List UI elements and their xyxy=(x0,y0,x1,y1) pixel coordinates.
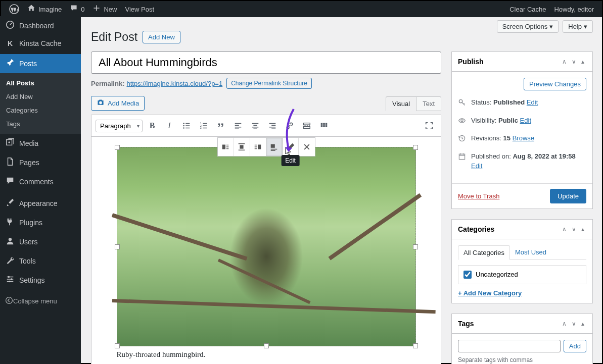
view-post-link[interactable]: View Post xyxy=(121,1,159,17)
menu-appearance[interactable]: Appearance xyxy=(0,194,81,213)
preview-changes-button[interactable]: Preview Changes xyxy=(524,78,586,90)
permalink-row: Permalink: https://imagine.kinsta.cloud/… xyxy=(91,78,441,89)
format-select[interactable]: Paragraph xyxy=(96,120,143,132)
svg-rect-23 xyxy=(258,145,261,149)
toolbar-toggle-button[interactable] xyxy=(316,118,332,133)
img-edit-button[interactable]: Edit xyxy=(283,138,299,156)
menu-pages[interactable]: Pages xyxy=(0,153,81,172)
menu-kinsta-cache[interactable]: K Kinsta Cache xyxy=(0,35,81,51)
fullscreen-button[interactable] xyxy=(422,118,437,133)
home-icon xyxy=(27,4,35,14)
post-image[interactable] xyxy=(117,147,416,346)
edit-visibility-link[interactable]: Edit xyxy=(520,117,531,124)
submenu-categories[interactable]: Categories xyxy=(0,103,81,117)
menu-tools-label: Tools xyxy=(19,257,36,265)
move-up-icon[interactable]: ∧ xyxy=(560,225,569,234)
link-button[interactable] xyxy=(282,118,297,133)
site-name-menu[interactable]: Imagine xyxy=(23,1,66,17)
tags-hint: Separate tags with commas xyxy=(458,356,586,363)
bullet-list-button[interactable] xyxy=(179,118,194,133)
svg-point-5 xyxy=(8,276,10,278)
permalink-url[interactable]: https://imagine.kinsta.cloud/?p=1 xyxy=(126,80,222,87)
menu-plugins[interactable]: Plugins xyxy=(0,213,81,232)
menu-posts-label: Posts xyxy=(19,60,37,68)
tags-input[interactable] xyxy=(458,340,561,352)
toggle-panel-icon[interactable]: ▴ xyxy=(579,225,586,234)
menu-dashboard[interactable]: Dashboard xyxy=(0,16,81,35)
move-down-icon[interactable]: ∨ xyxy=(570,319,578,328)
img-align-left-button[interactable] xyxy=(218,138,234,156)
submenu-tags[interactable]: Tags xyxy=(0,117,81,131)
numbered-list-button[interactable]: 123 xyxy=(196,118,211,133)
menu-media[interactable]: Media xyxy=(0,134,81,153)
edit-date-link[interactable]: Edit xyxy=(471,162,482,170)
comments-menu[interactable]: 0 xyxy=(66,1,88,17)
italic-button[interactable]: I xyxy=(162,118,177,133)
img-align-right-button[interactable] xyxy=(250,138,266,156)
toggle-panel-icon[interactable]: ▴ xyxy=(579,57,586,66)
move-up-icon[interactable]: ∧ xyxy=(560,57,569,66)
edit-status-link[interactable]: Edit xyxy=(527,98,538,106)
tab-text[interactable]: Text xyxy=(416,96,441,111)
img-remove-button[interactable] xyxy=(299,138,315,156)
move-to-trash-link[interactable]: Move to Trash xyxy=(458,192,499,200)
move-up-icon[interactable]: ∧ xyxy=(560,319,569,328)
align-left-button[interactable] xyxy=(230,118,246,133)
media-icon xyxy=(5,138,15,149)
howdy-label: Howdy, editor xyxy=(554,6,594,13)
read-more-button[interactable] xyxy=(299,118,314,133)
align-center-button[interactable] xyxy=(248,118,263,133)
menu-plugins-label: Plugins xyxy=(19,219,42,227)
change-permalink-button[interactable]: Change Permalink Structure xyxy=(226,78,312,89)
key-icon xyxy=(458,98,466,110)
add-new-button[interactable]: Add New xyxy=(143,31,180,43)
category-uncategorized[interactable]: Uncategorized xyxy=(463,271,581,279)
move-down-icon[interactable]: ∨ xyxy=(570,57,578,66)
help-button[interactable]: Help ▾ xyxy=(563,20,593,33)
menu-settings[interactable]: Settings xyxy=(0,271,81,290)
tab-visual[interactable]: Visual xyxy=(386,96,416,111)
screen-options-button[interactable]: Screen Options ▾ xyxy=(497,20,559,33)
menu-tools[interactable]: Tools xyxy=(0,251,81,271)
chevron-down-icon: ▾ xyxy=(584,23,587,30)
new-content-menu[interactable]: New xyxy=(88,1,121,17)
svg-point-9 xyxy=(183,123,184,124)
clear-cache-link[interactable]: Clear Cache xyxy=(505,1,550,17)
toggle-panel-icon[interactable]: ▴ xyxy=(579,319,586,328)
browse-revisions-link[interactable]: Browse xyxy=(513,134,534,142)
add-media-button[interactable]: Add Media xyxy=(91,96,145,111)
submenu-add-new[interactable]: Add New xyxy=(0,90,81,103)
collapse-label: Collapse menu xyxy=(13,297,57,305)
img-align-center-button[interactable] xyxy=(234,138,250,156)
image-caption[interactable]: Ruby-throated hummingbird. xyxy=(117,350,416,359)
move-down-icon[interactable]: ∨ xyxy=(570,225,578,234)
tab-most-used[interactable]: Most Used xyxy=(510,245,551,259)
submenu-all-posts[interactable]: All Posts xyxy=(0,76,81,90)
categories-heading: Categories xyxy=(458,225,494,233)
add-new-category-link[interactable]: + Add New Category xyxy=(458,289,522,297)
menu-posts[interactable]: Posts xyxy=(0,54,81,73)
align-right-button[interactable] xyxy=(265,118,280,133)
wp-logo-menu[interactable] xyxy=(5,1,23,17)
brush-icon xyxy=(5,198,15,209)
img-align-none-button[interactable] xyxy=(266,138,283,156)
bold-button[interactable]: B xyxy=(145,118,160,133)
collapse-menu-button[interactable]: Collapse menu xyxy=(0,292,81,310)
add-tag-button[interactable]: Add xyxy=(564,340,586,352)
menu-settings-label: Settings xyxy=(19,276,45,284)
editor-content-area[interactable]: Edit xyxy=(91,137,441,364)
post-title-input[interactable] xyxy=(91,51,441,74)
sliders-icon xyxy=(5,275,15,286)
menu-comments[interactable]: Comments xyxy=(0,172,81,191)
blockquote-button[interactable] xyxy=(213,118,228,133)
svg-rect-15 xyxy=(321,123,323,125)
category-checkbox[interactable] xyxy=(463,271,472,279)
tab-all-categories[interactable]: All Categories xyxy=(458,245,510,260)
svg-point-26 xyxy=(461,120,463,122)
wrench-icon xyxy=(5,255,15,267)
svg-point-6 xyxy=(11,278,13,280)
update-button[interactable]: Update xyxy=(550,189,586,203)
comments-count: 0 xyxy=(81,6,84,13)
menu-users[interactable]: Users xyxy=(0,232,81,251)
my-account-menu[interactable]: Howdy, editor xyxy=(550,1,598,17)
